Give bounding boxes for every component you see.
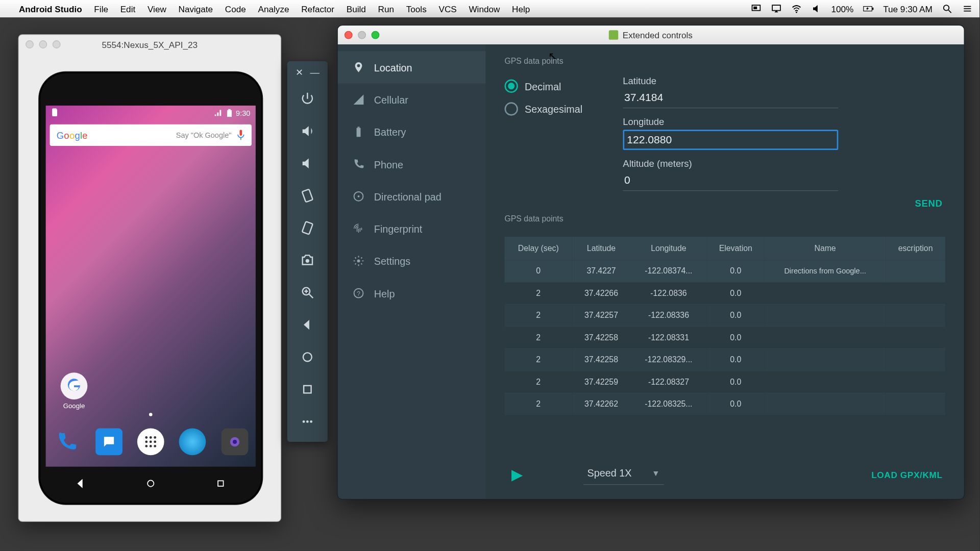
menu-vcs[interactable]: VCS [438, 4, 456, 14]
nav-cellular-label: Cellular [374, 94, 408, 105]
table-row[interactable]: 237.42259-122.083270.0 [504, 371, 945, 393]
menu-analyze[interactable]: Analyze [258, 4, 289, 14]
latitude-input[interactable] [623, 89, 838, 108]
volume-icon[interactable] [811, 4, 822, 14]
speed-label: Speed 1X [587, 467, 632, 479]
rotate-right-button[interactable] [292, 213, 322, 243]
table-header[interactable]: Latitude [572, 237, 630, 260]
nav-help[interactable]: ?Help [338, 277, 486, 309]
menu-run[interactable]: Run [378, 4, 394, 14]
menu-code[interactable]: Code [225, 4, 246, 14]
back-button[interactable] [292, 310, 322, 340]
window-zoom-icon[interactable] [372, 31, 380, 39]
home-button-icon[interactable] [145, 478, 156, 489]
phone-app-icon[interactable] [53, 428, 80, 455]
volume-up-button[interactable] [292, 116, 322, 146]
menu-view[interactable]: View [148, 4, 166, 14]
menu-tools[interactable]: Tools [406, 4, 427, 14]
svg-point-20 [150, 440, 152, 443]
extended-controls-window[interactable]: Extended controls Location Cellular Batt… [337, 25, 965, 500]
browser-app-icon[interactable] [179, 428, 206, 455]
radio-decimal[interactable]: Decimal [504, 80, 582, 93]
back-button-icon[interactable] [76, 478, 86, 489]
power-button[interactable] [292, 84, 322, 114]
menu-edit[interactable]: Edit [120, 4, 136, 14]
window-minimize-icon[interactable] [358, 31, 366, 39]
mic-icon[interactable] [237, 130, 245, 140]
airplay-icon[interactable] [771, 4, 781, 14]
emulator-traffic-lights[interactable] [26, 40, 61, 48]
nav-battery[interactable]: Battery [338, 116, 486, 148]
app-name[interactable]: Android Studio [19, 4, 82, 14]
screenshot-button[interactable] [292, 245, 322, 275]
table-header[interactable]: Longitude [630, 237, 707, 260]
emulator-titlebar[interactable]: 5554:Nexus_5X_API_23 [19, 35, 281, 54]
battery-percent: 100% [831, 4, 853, 14]
apps-drawer-icon[interactable] [137, 428, 164, 455]
menu-build[interactable]: Build [347, 4, 366, 14]
table-cell [886, 260, 945, 282]
table-row[interactable]: 037.4227-122.08374...0.0Directions from … [504, 260, 945, 282]
camera-app-icon[interactable] [221, 428, 248, 455]
menu-navigate[interactable]: Navigate [179, 4, 213, 14]
play-button[interactable]: ▶ [511, 466, 523, 483]
speed-select[interactable]: Speed 1X▼ [583, 465, 664, 485]
nav-settings[interactable]: Settings [338, 245, 486, 277]
gps-table[interactable]: Delay (sec)LatitudeLongitudeElevationNam… [504, 237, 945, 459]
nav-dpad[interactable]: Directional pad [338, 180, 486, 212]
menubar-clock[interactable]: Tue 9:30 AM [883, 4, 933, 14]
emulator-window[interactable]: 5554:Nexus_5X_API_23 9:30 Google Say [18, 34, 281, 522]
menu-window[interactable]: Window [469, 4, 500, 14]
table-cell: -122.08327 [630, 371, 707, 393]
volume-down-button[interactable] [292, 148, 322, 178]
svg-point-21 [154, 440, 156, 443]
more-button[interactable] [292, 407, 322, 436]
battery-icon[interactable] [863, 4, 874, 14]
recents-button-icon[interactable] [215, 478, 226, 489]
nav-cellular[interactable]: Cellular [338, 83, 486, 115]
table-header[interactable]: escription [886, 237, 945, 260]
google-search-bar[interactable]: Google Say "Ok Google" [50, 124, 252, 146]
table-cell [886, 371, 945, 393]
send-button[interactable]: SEND [915, 197, 943, 208]
toolbar-close-icon[interactable]: ✕ [296, 66, 304, 77]
chevron-down-icon: ▼ [652, 468, 660, 478]
nav-fingerprint[interactable]: Fingerprint [338, 212, 486, 244]
nav-location[interactable]: Location [338, 51, 486, 83]
menu-file[interactable]: File [94, 4, 108, 14]
menu-extras-icon[interactable] [962, 4, 973, 14]
table-cell: 2 [504, 348, 572, 370]
table-row[interactable]: 237.42262-122.08325...0.0 [504, 393, 945, 415]
longitude-input[interactable] [623, 130, 838, 150]
toolbar-minimize-icon[interactable]: — [310, 66, 320, 77]
window-close-icon[interactable] [345, 31, 353, 39]
nav-settings-label: Settings [374, 255, 410, 266]
extended-titlebar[interactable]: Extended controls [338, 26, 964, 44]
radio-sexagesimal[interactable]: Sexagesimal [504, 102, 582, 115]
table-header[interactable]: Name [765, 237, 886, 260]
table-row[interactable]: 237.42258-122.083310.0 [504, 327, 945, 348]
altitude-input[interactable] [623, 171, 838, 191]
menu-refactor[interactable]: Refactor [301, 4, 334, 14]
rotate-left-button[interactable] [292, 181, 322, 211]
wifi-icon[interactable] [791, 4, 801, 14]
spotlight-icon[interactable] [942, 4, 952, 14]
overview-button[interactable] [292, 374, 322, 404]
menu-help[interactable]: Help [512, 4, 530, 14]
mac-menubar[interactable]: Android Studio File Edit View Navigate C… [0, 0, 979, 17]
google-folder[interactable]: Google [61, 372, 88, 409]
screencast-icon[interactable] [750, 4, 761, 14]
zoom-button[interactable] [292, 278, 322, 307]
table-cell: 0.0 [707, 371, 765, 393]
table-header[interactable]: Elevation [707, 237, 765, 260]
table-header[interactable]: Delay (sec) [504, 237, 572, 260]
device-screen[interactable]: 9:30 Google Say "Ok Google" Google [46, 106, 256, 467]
messages-app-icon[interactable] [95, 428, 122, 455]
load-gpx-button[interactable]: LOAD GPX/KML [871, 470, 942, 480]
nav-phone[interactable]: Phone [338, 148, 486, 180]
home-button[interactable] [292, 342, 322, 372]
table-cell [765, 371, 886, 393]
table-row[interactable]: 237.42258-122.08329...0.0 [504, 348, 945, 370]
table-row[interactable]: 237.42266-122.08360.0 [504, 282, 945, 304]
table-row[interactable]: 237.42257-122.083360.0 [504, 304, 945, 326]
